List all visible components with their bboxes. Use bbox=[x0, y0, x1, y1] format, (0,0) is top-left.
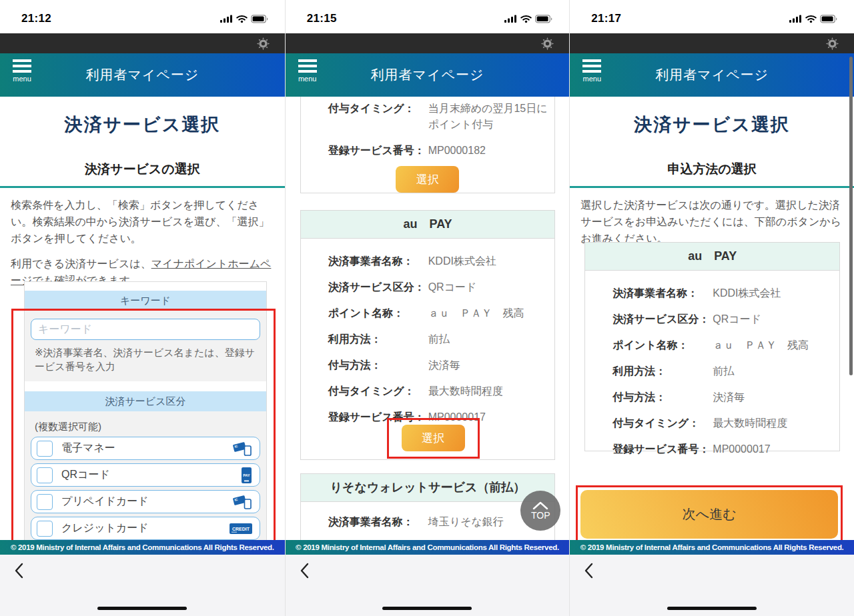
field-value: QRコード bbox=[428, 279, 550, 295]
service-card-title: au PAY bbox=[585, 243, 839, 271]
field-row: 決済事業者名称：KDDI株式会社 bbox=[301, 253, 555, 269]
field-value: KDDI株式会社 bbox=[428, 253, 550, 269]
phone-screenshot-3: 21:17 menu 利用者マイページ 決済サービス選択 申込方法の選択 選択し… bbox=[569, 0, 854, 616]
browser-nav-bar bbox=[0, 555, 285, 616]
field-label: 登録サービス番号： bbox=[612, 441, 713, 457]
service-card-title: au PAY bbox=[301, 211, 555, 239]
checkbox[interactable] bbox=[37, 521, 53, 537]
copyright-text: © 2019 Ministry of Internal Affairs and … bbox=[296, 543, 559, 551]
next-button[interactable]: 次へ進む bbox=[580, 490, 838, 539]
hamburger-menu-button[interactable]: menu bbox=[297, 59, 318, 83]
keyword-section-header: キーワード bbox=[25, 291, 266, 311]
field-value: ａｕ ＰＡＹ 残高 bbox=[713, 337, 834, 353]
browser-chrome-bar bbox=[0, 33, 285, 53]
app-header: menu 利用者マイページ bbox=[570, 53, 854, 97]
settings-gear-icon[interactable] bbox=[825, 37, 839, 51]
red-annotation-select: 選択 bbox=[387, 418, 480, 459]
scroll-to-top-button[interactable]: TOP bbox=[520, 491, 560, 531]
checkbox[interactable] bbox=[37, 467, 53, 483]
status-icons bbox=[504, 15, 553, 23]
select-button-highlighted[interactable]: 選択 bbox=[402, 425, 465, 451]
field-value: 当月末締めの翌月15日にポイント付与 bbox=[428, 101, 550, 133]
status-icons bbox=[220, 15, 269, 23]
hamburger-menu-button[interactable]: menu bbox=[581, 59, 602, 83]
field-value: MP0000182 bbox=[428, 143, 550, 159]
field-value: 前払 bbox=[713, 363, 834, 379]
status-bar: 21:15 bbox=[286, 0, 570, 33]
field-row: 付与方法：決済毎 bbox=[301, 357, 555, 373]
field-label: 登録サービス番号： bbox=[328, 143, 428, 159]
cellular-signal-icon bbox=[220, 15, 233, 23]
keyword-section-body: ※決済事業者名、決済サービス名または、登録サービス番号を入力 bbox=[25, 311, 266, 381]
browser-nav-bar bbox=[570, 555, 854, 616]
keyword-note: ※決済事業者名、決済サービス名または、登録サービス番号を入力 bbox=[35, 345, 260, 373]
field-row: 付与タイミング：最大数時間程度 bbox=[585, 415, 839, 431]
browser-chrome-bar bbox=[286, 33, 570, 53]
copyright-text: © 2019 Ministry of Internal Affairs and … bbox=[11, 543, 274, 551]
menu-label: menu bbox=[297, 75, 318, 83]
field-label: 付与方法： bbox=[612, 389, 713, 405]
field-label: 利用方法： bbox=[612, 363, 713, 379]
field-label: 付与タイミング： bbox=[328, 101, 428, 117]
field-label: ポイント名称： bbox=[328, 305, 428, 321]
checkbox[interactable] bbox=[37, 494, 53, 510]
menu-label: menu bbox=[11, 75, 33, 83]
page-content: 付与タイミング： 当月末締めの翌月15日にポイント付与 登録サービス番号： MP… bbox=[286, 97, 570, 540]
status-bar: 21:17 bbox=[570, 0, 854, 33]
field-label: 付与方法： bbox=[328, 357, 428, 373]
service-card-partial: 付与タイミング： 当月末締めの翌月15日にポイント付与 登録サービス番号： MP… bbox=[300, 97, 556, 193]
option-prepaid[interactable]: プリペイドカード IC bbox=[31, 490, 260, 513]
field-label: 決済事業者名称： bbox=[328, 253, 428, 269]
field-value: 最大数時間程度 bbox=[713, 415, 834, 431]
settings-gear-icon[interactable] bbox=[256, 37, 270, 51]
section-title: 決済サービスの選択 bbox=[0, 161, 285, 188]
intro-paragraph: 選択した決済サービスは次の通りです。選択した決済サービスをお申込みいただくには、… bbox=[580, 197, 843, 247]
back-chevron-icon[interactable] bbox=[15, 563, 24, 579]
home-indicator[interactable] bbox=[667, 607, 757, 610]
scrollbar[interactable] bbox=[849, 57, 853, 375]
browser-nav-bar bbox=[286, 555, 570, 616]
app-header: menu 利用者マイページ bbox=[0, 53, 285, 97]
field-label: 付与タイミング： bbox=[328, 383, 428, 399]
red-annotation-next: 次へ進む bbox=[576, 485, 843, 540]
option-credit[interactable]: クレジットカード CREDIT bbox=[31, 517, 260, 540]
status-icons bbox=[789, 15, 838, 23]
app-title: 利用者マイページ bbox=[655, 66, 769, 84]
status-bar: 21:12 bbox=[0, 0, 285, 33]
page-content: 決済サービス選択 申込方法の選択 選択した決済サービスは次の通りです。選択した決… bbox=[570, 97, 854, 540]
home-indicator[interactable] bbox=[382, 607, 472, 610]
hamburger-menu-icon bbox=[11, 59, 33, 73]
field-row: 決済サービス区分：QRコード bbox=[585, 311, 839, 327]
checkbox[interactable] bbox=[37, 441, 53, 457]
credit-card-icon: CREDIT bbox=[229, 521, 253, 537]
home-indicator[interactable] bbox=[97, 607, 187, 610]
settings-gear-icon[interactable] bbox=[540, 37, 554, 51]
browser-chrome-bar bbox=[570, 33, 854, 53]
select-button[interactable]: 選択 bbox=[396, 166, 459, 193]
option-label: プリペイドカード bbox=[61, 495, 149, 509]
back-chevron-icon[interactable] bbox=[300, 563, 310, 579]
chevron-up-icon bbox=[532, 501, 549, 510]
service-card-title: りそなウォレットサービス（前払） bbox=[301, 474, 555, 502]
menu-label: menu bbox=[581, 75, 602, 83]
back-chevron-icon[interactable] bbox=[584, 563, 594, 579]
field-row: 登録サービス番号：MP0000017 bbox=[585, 441, 839, 457]
ic-card-phone-icon: IC bbox=[233, 493, 253, 510]
wifi-icon bbox=[520, 15, 532, 23]
footer-bar: © 2019 Ministry of Internal Affairs and … bbox=[570, 540, 854, 555]
hamburger-menu-button[interactable]: menu bbox=[11, 59, 33, 83]
au-pay-card: au PAY 決済事業者名称：KDDI株式会社 決済サービス区分：QRコード ポ… bbox=[584, 242, 840, 451]
option-label: 電子マネー bbox=[61, 441, 115, 455]
keyword-input[interactable] bbox=[31, 319, 260, 340]
field-row: 決済事業者名称：埼玉りそな銀行 bbox=[301, 514, 555, 530]
field-row: 登録サービス番号： MP0000182 bbox=[301, 143, 555, 159]
field-row: 決済サービス区分：QRコード bbox=[301, 279, 555, 295]
option-label: クレジットカード bbox=[61, 521, 149, 535]
option-qr[interactable]: QRコード PAY bbox=[31, 463, 260, 487]
field-value: 決済毎 bbox=[428, 357, 550, 373]
battery-icon bbox=[820, 15, 838, 23]
wifi-icon bbox=[805, 15, 817, 23]
option-emoney[interactable]: 電子マネー IC bbox=[31, 437, 260, 460]
footer-bar: © 2019 Ministry of Internal Affairs and … bbox=[286, 540, 570, 555]
field-value: 前払 bbox=[428, 331, 550, 347]
